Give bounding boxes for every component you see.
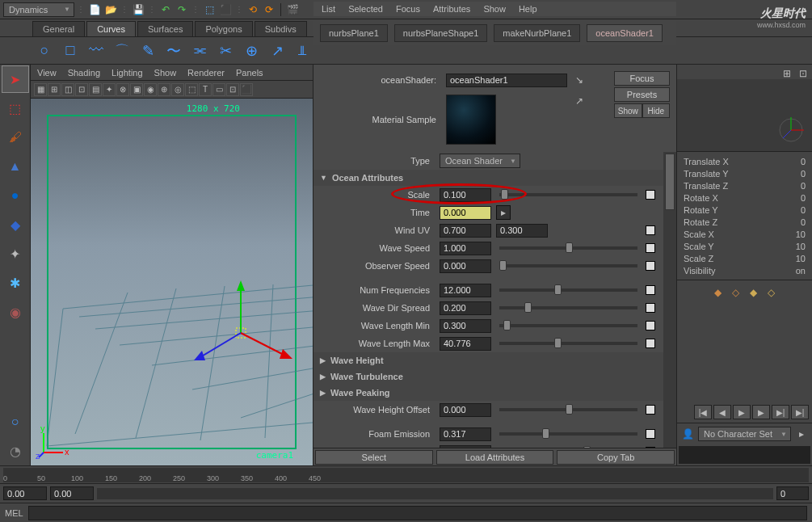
manip-tool[interactable]: ✦ [2,240,29,267]
wavespeed-slider[interactable] [499,246,637,250]
soft-tool[interactable]: ✱ [2,269,29,297]
range-slider[interactable] [97,488,773,499]
io-in-icon[interactable]: ↘ [572,73,587,87]
winduv-map-checkbox[interactable] [646,225,655,235]
foamemission-slider[interactable] [499,432,637,436]
focus-button[interactable]: Focus [614,71,670,86]
scale-slider[interactable] [499,193,637,196]
channel-row[interactable]: Translate X0 [684,155,806,167]
channel-row[interactable]: Translate Y0 [684,167,806,179]
obsspeed-input[interactable] [440,259,491,273]
winduv-u-input[interactable] [440,224,491,238]
wavelenmin-slider[interactable] [499,324,637,327]
wavelenmax-input[interactable] [440,337,491,351]
range-in-input[interactable] [50,486,94,500]
vp-ico-10[interactable]: ⊕ [158,83,170,96]
vp-menu-shading[interactable]: Shading [68,68,100,78]
channel-row[interactable]: Rotate X0 [684,192,806,204]
vp-ico-11[interactable]: ◎ [171,83,184,96]
type-dropdown[interactable]: Ocean Shader [440,154,520,168]
workspace-dropdown[interactable]: Dynamics [3,2,74,17]
last-tool[interactable]: ◉ [2,298,29,326]
channel-row[interactable]: Translate Z0 [684,179,806,192]
select-tool[interactable]: ➤ [2,65,29,93]
io-out-icon[interactable]: ↗ [572,94,587,108]
section-ocean-attributes[interactable]: ▼Ocean Attributes [313,170,676,186]
ae-tab-nurbsplane[interactable]: nurbsPlane1 [320,24,388,42]
wavedir-slider[interactable] [499,306,637,309]
vp-ico-6[interactable]: ✦ [103,83,116,96]
show-button[interactable]: Show [614,103,642,118]
pencil-icon[interactable]: ✎ [136,39,160,63]
vp-ico-7[interactable]: ⊗ [116,83,129,96]
goto-end-button[interactable]: ▶| [791,405,809,419]
waveheightoff-map-checkbox[interactable] [646,405,655,415]
square-icon[interactable]: □ [58,39,82,63]
foamthreshold-input[interactable] [440,445,491,448]
single-view[interactable]: ○ [2,408,29,436]
vp-ico-3[interactable]: ◫ [61,83,74,96]
wavelenmax-map-checkbox[interactable] [646,339,655,348]
ae-menu-list[interactable]: List [322,4,335,14]
open-scene-icon[interactable]: 📂 [103,2,118,17]
ae-menu-show[interactable]: Show [483,4,506,14]
ae-menu-attributes[interactable]: Attributes [433,4,470,14]
wavelenmax-slider[interactable] [499,342,637,345]
vp-menu-view[interactable]: View [37,68,57,78]
play-fwd-button[interactable]: ▶ [752,405,770,419]
circle-icon[interactable]: ○ [32,39,57,63]
four-view[interactable]: ◔ [2,437,29,465]
cmd-lang-label[interactable]: MEL [5,508,23,518]
move-tool[interactable]: ▲ [2,153,29,180]
arc-icon[interactable]: ⌒ [110,39,134,63]
shelf-tab-general[interactable]: General [32,21,85,36]
vp-ico-12[interactable]: ⬚ [185,83,198,96]
vp-menu-show[interactable]: Show [154,68,177,78]
timeline[interactable]: 050100150200250300350400450 [0,465,812,483]
current-frame-input[interactable] [776,486,809,500]
foamthreshold-map-checkbox[interactable] [646,447,655,448]
ae-menu-focus[interactable]: Focus [396,4,420,14]
hide-button[interactable]: Hide [642,103,671,118]
channel-row[interactable]: Rotate Y0 [684,204,806,216]
waveheightoff-slider[interactable] [499,408,637,411]
step-fwd-button[interactable]: ▶| [772,405,789,419]
wavedir-map-checkbox[interactable] [646,303,655,313]
channel-row[interactable]: Scale X10 [684,228,806,240]
undo-icon[interactable]: ↶ [158,2,173,17]
vp-ico-15[interactable]: ⊡ [226,83,239,96]
vp-menu-lighting[interactable]: Lighting [111,68,143,78]
time-input[interactable] [440,206,491,220]
ae-menu-selected[interactable]: Selected [348,4,383,14]
section-wave-turbulence[interactable]: ▶Wave Turbulence [313,368,676,385]
goto-start-button[interactable]: |◀ [694,405,712,419]
scale-map-checkbox[interactable] [646,190,655,200]
presets-button[interactable]: Presets [614,87,670,102]
lasso-tool[interactable]: ⬚ [2,95,29,122]
render-icon[interactable]: 🎬 [285,2,300,17]
vp-ico-9[interactable]: ◉ [144,83,157,96]
cmd-input[interactable] [28,506,807,520]
waveheightoff-input[interactable] [440,403,491,417]
offset-icon[interactable]: ⫫ [291,39,315,63]
ae-scrollbar[interactable] [663,152,676,448]
snap2-icon[interactable]: ⟳ [262,2,276,17]
vp-ico-4[interactable]: ⊡ [75,83,88,96]
vp-ico-13[interactable]: T [199,83,212,96]
new-scene-icon[interactable]: 📄 [87,2,102,17]
obsspeed-slider[interactable] [499,264,637,267]
select-hier-icon[interactable]: ⬛ [218,2,233,17]
channel-row[interactable]: Rotate Z0 [684,216,806,228]
shelf-tab-curves[interactable]: Curves [86,21,136,36]
channel-row[interactable]: Scale Y10 [684,240,806,252]
paint-tool[interactable]: 🖌 [2,124,29,151]
channel-row[interactable]: Visibilityon [684,264,806,276]
winduv-v-input[interactable] [496,224,548,238]
vp-ico-14[interactable]: ▭ [212,83,225,96]
attach-icon[interactable]: ⫘ [187,39,212,63]
wavelenmin-input[interactable] [440,319,491,333]
obsspeed-map-checkbox[interactable] [646,261,655,271]
numfreq-input[interactable] [440,284,491,297]
scale-tool[interactable]: ◆ [2,211,29,238]
shelf-tab-subdivs[interactable]: Subdivs [255,21,307,36]
